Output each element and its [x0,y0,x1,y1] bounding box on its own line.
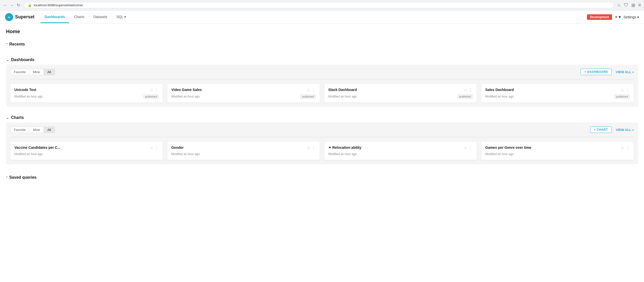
browser-chrome: ← → ↻ 🔒 localhost:8088/superset/welcome/… [0,0,644,11]
dashboard-card-title-1: Video Game Sales [171,88,307,92]
star-icon[interactable]: ☆ [617,3,621,8]
dashboard-star-icon-2[interactable]: ☆ [464,88,467,92]
dashboard-card-meta-3: Modified an hour ago [485,95,514,98]
chart-card-gender[interactable]: Gender ☆ ⋮ Modified an hour ago [167,141,320,160]
add-chart-button[interactable]: + CHART [590,126,612,133]
dashboard-card-badge-2: published [457,95,473,99]
chart-star-icon-0[interactable]: ☆ [150,146,153,150]
nav-right: Development + ▾ Settings ▾ [587,14,639,20]
recents-label: Recents [9,42,25,46]
app-nav: ∞ Superset Dashboards Charts Datasets SQ… [0,11,644,24]
chart-card-title-0: Vaccine Candidates per C... [14,146,150,150]
dashboards-cards-grid: Unicode Test ☆ ⋮ Modified an hour ago pu… [10,83,634,103]
chart-card-header-3: Games per Genre over time ☆ ⋮ [485,146,630,150]
dashboard-card-footer-0: Modified an hour ago published [14,95,159,99]
chart-card-footer-3: Modified an hour ago [485,152,630,156]
dashboards-section: ⌄ Dashboards Favorite Mine All + DASHBOA… [6,55,638,107]
chart-card-meta-1: Modified an hour ago [171,152,200,156]
dashboard-card-header-1: Video Game Sales ☆ ⋮ [171,88,316,92]
recents-header[interactable]: › Recents [6,39,638,49]
dashboard-card-sales[interactable]: Sales Dashboard ☆ ⋮ Modified an hour ago… [481,83,634,103]
chart-card-footer-0: Modified an hour ago [14,152,159,156]
dashboard-more-icon-1[interactable]: ⋮ [312,88,316,92]
saved-queries-header[interactable]: › Saved queries [6,173,638,182]
chart-star-icon-2[interactable]: ☆ [464,146,467,150]
charts-cards-grid: Vaccine Candidates per C... ☆ ⋮ Modified… [10,141,634,160]
nav-datasets[interactable]: Datasets [89,11,111,23]
dashboard-more-icon-2[interactable]: ⋮ [469,88,473,92]
dashboard-more-icon-3[interactable]: ⋮ [626,88,630,92]
chart-card-relocation[interactable]: ✦ Relocation ability ☆ ⋮ Modified an hou… [324,141,477,160]
shield-icon[interactable]: 🛡 [624,3,628,8]
nav-charts[interactable]: Charts [70,11,88,23]
dashboard-star-icon-0[interactable]: ☆ [150,88,153,92]
browser-nav-buttons: ← → ↻ [3,3,21,8]
dashboard-card-video-game-sales[interactable]: Video Game Sales ☆ ⋮ Modified an hour ag… [167,83,320,103]
chart-card-title-3: Games per Genre over time [485,146,621,150]
chart-card-meta-0: Modified an hour ago [14,152,43,156]
dashboard-card-slack[interactable]: Slack Dashboard ☆ ⋮ Modified an hour ago… [324,83,477,103]
saved-queries-chevron-icon: › [5,176,9,178]
dashboards-filter-all[interactable]: All [44,69,55,75]
dashboard-card-actions-3: ☆ ⋮ [621,88,630,92]
chart-card-meta-2: Modified an hour ago [328,152,357,156]
chart-card-actions-3: ☆ ⋮ [621,146,630,150]
chart-more-icon-1[interactable]: ⋮ [312,146,316,150]
charts-toolbar-right: + CHART VIEW ALL » [590,126,634,133]
chart-card-header-2: ✦ Relocation ability ☆ ⋮ [328,146,473,150]
back-button[interactable]: ← [3,3,8,8]
address-bar[interactable]: 🔒 localhost:8088/superset/welcome/ [24,2,614,8]
nav-sql[interactable]: SQL ▾ [112,11,130,23]
nav-dashboards[interactable]: Dashboards [41,11,69,23]
chart-card-games-genre[interactable]: Games per Genre over time ☆ ⋮ Modified a… [481,141,634,160]
dashboard-card-footer-3: Modified an hour ago published [485,95,630,99]
menu-icon[interactable]: ≡ [638,3,641,8]
dashboard-card-unicode-test[interactable]: Unicode Test ☆ ⋮ Modified an hour ago pu… [10,83,163,103]
chart-star-icon-3[interactable]: ☆ [621,146,624,150]
view-all-dashboards-button[interactable]: VIEW ALL » [616,70,634,74]
extensions-icon[interactable]: ⊞ [631,3,635,8]
dashboard-star-icon-1[interactable]: ☆ [307,88,310,92]
chart-more-icon-2[interactable]: ⋮ [469,146,473,150]
chart-card-meta-3: Modified an hour ago [485,152,514,156]
forward-button[interactable]: → [10,3,14,8]
settings-button[interactable]: Settings ▾ [624,15,639,19]
dashboards-filter-favorite[interactable]: Favorite [10,69,29,75]
charts-divider [10,137,634,137]
chart-card-title-1: Gender [171,146,307,150]
dashboard-card-badge-1: published [300,95,316,99]
add-dashboard-button[interactable]: + DASHBOARD [581,69,612,75]
dashboard-card-footer-2: Modified an hour ago published [328,95,473,99]
refresh-button[interactable]: ↻ [16,3,21,8]
charts-header[interactable]: ⌄ Charts [6,113,638,122]
chart-card-vaccine[interactable]: Vaccine Candidates per C... ☆ ⋮ Modified… [10,141,163,160]
dashboard-card-header-0: Unicode Test ☆ ⋮ [14,88,159,92]
app-logo[interactable]: ∞ Superset [5,13,34,21]
dev-badge: Development [587,14,612,20]
dashboards-header[interactable]: ⌄ Dashboards [6,55,638,65]
chart-more-icon-0[interactable]: ⋮ [155,146,159,150]
dashboards-divider [10,79,634,79]
dashboards-chevron-icon: ⌄ [6,58,9,62]
chart-card-header-0: Vaccine Candidates per C... ☆ ⋮ [14,146,159,150]
dashboard-star-icon-3[interactable]: ☆ [621,88,624,92]
dashboards-label: Dashboards [11,58,34,62]
chart-more-icon-3[interactable]: ⋮ [626,146,630,150]
dashboards-toolbar: Favorite Mine All + DASHBOARD VIEW ALL » [10,69,634,75]
chart-card-actions-1: ☆ ⋮ [307,146,316,150]
dashboard-card-actions-1: ☆ ⋮ [307,88,316,92]
dashboard-card-meta-0: Modified an hour ago [14,95,43,98]
dashboard-card-header-3: Sales Dashboard ☆ ⋮ [485,88,630,92]
dashboards-toolbar-right: + DASHBOARD VIEW ALL » [581,69,634,75]
charts-section: ⌄ Charts Favorite Mine All + CHART VIEW … [6,113,638,164]
charts-filter-mine[interactable]: Mine [29,127,44,133]
view-all-charts-button[interactable]: VIEW ALL » [616,128,634,132]
plus-button[interactable]: + ▾ [615,15,621,19]
charts-filter-all[interactable]: All [44,127,55,133]
dashboards-filter-mine[interactable]: Mine [29,69,44,75]
charts-toolbar: Favorite Mine All + CHART VIEW ALL » [10,126,634,133]
chart-star-icon-1[interactable]: ☆ [307,146,310,150]
main-content: Home › Recents ⌄ Dashboards Favorite Min… [0,24,644,196]
dashboard-more-icon-0[interactable]: ⋮ [155,88,159,92]
charts-filter-favorite[interactable]: Favorite [10,127,29,133]
